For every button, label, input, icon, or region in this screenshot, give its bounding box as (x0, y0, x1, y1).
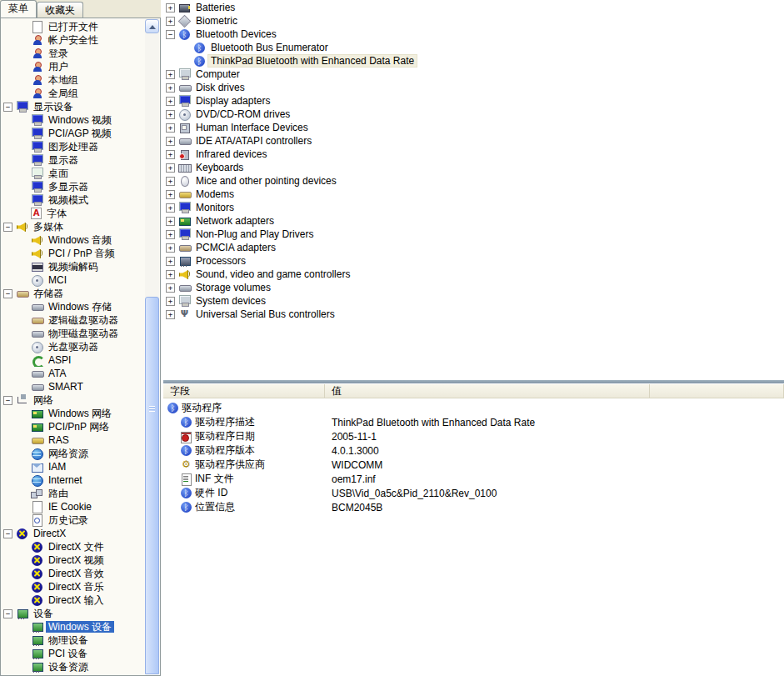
sidebar-tree-item[interactable]: Windows 音频 (1, 233, 145, 247)
sidebar-tree-item[interactable]: −设备 (1, 607, 145, 620)
expand-toggle-plus[interactable]: + (166, 150, 175, 159)
expand-toggle-minus[interactable]: − (3, 289, 12, 298)
scroll-up-button[interactable] (145, 19, 159, 33)
sidebar-tree-item[interactable]: IAM (1, 460, 145, 473)
column-header-field[interactable]: 字段 (163, 384, 325, 398)
sidebar-tree-item[interactable]: −显示设备 (1, 100, 145, 113)
device-tree-item[interactable]: +Network adapters (163, 214, 784, 228)
device-tree-item[interactable]: +Batteries (163, 1, 784, 14)
property-row[interactable]: 驱动程序日期2005-11-1 (163, 429, 784, 443)
device-tree-item[interactable]: +Non-Plug and Play Drivers (163, 228, 784, 241)
device-tree-item[interactable]: +Biometric (163, 14, 784, 28)
sidebar-tree-item[interactable]: 登录 (1, 47, 145, 60)
sidebar-tree-item[interactable]: DirectX 文件 (1, 540, 145, 553)
device-tree-item[interactable]: +IDE ATA/ATAPI controllers (163, 134, 784, 148)
expand-toggle-plus[interactable]: + (166, 203, 175, 213)
sidebar-tree-item[interactable]: 视频模式 (1, 193, 145, 207)
sidebar-tree-item[interactable]: DirectX 输入 (1, 593, 145, 607)
sidebar-tree-item[interactable]: DirectX 视频 (1, 553, 145, 567)
expand-toggle-plus[interactable]: + (166, 217, 175, 226)
sidebar-tree-item[interactable]: PCI/PnP 网络 (1, 420, 145, 433)
expand-toggle-plus[interactable]: + (166, 177, 175, 186)
expand-toggle-plus[interactable]: + (166, 83, 175, 93)
scrollbar-thumb[interactable] (145, 297, 159, 674)
expand-toggle-plus[interactable]: + (166, 243, 175, 253)
expand-toggle-plus[interactable]: + (166, 283, 175, 293)
device-tree-item[interactable]: +Mice and other pointing devices (163, 174, 784, 188)
expand-toggle-plus[interactable]: + (166, 123, 175, 133)
sidebar-tree-item[interactable]: −网络 (1, 393, 145, 407)
sidebar-tree-item[interactable]: ASPI (1, 353, 145, 367)
sidebar-scrollbar[interactable] (145, 19, 159, 674)
sidebar-tree-item[interactable]: 网络资源 (1, 447, 145, 460)
sidebar-tree-item[interactable]: 设备资源 (1, 660, 145, 673)
sidebar-tree-item[interactable]: 帐户安全性 (1, 33, 145, 47)
property-row[interactable]: ᛒ位置信息BCM2045B (163, 500, 784, 514)
device-tree-item[interactable]: +Monitors (163, 201, 784, 214)
property-row[interactable]: ᛒ硬件 IDUSB\Vid_0a5c&Pid_2110&Rev_0100 (163, 486, 784, 500)
expand-toggle-minus[interactable]: − (3, 223, 12, 232)
device-tree-item[interactable]: +ΨUniversal Serial Bus controllers (163, 308, 784, 321)
property-row[interactable]: INF 文件oem17.inf (163, 472, 784, 486)
sidebar-tree-item[interactable]: 多显示器 (1, 180, 145, 193)
column-header-value[interactable]: 值 (325, 384, 650, 398)
property-row[interactable]: ⚙驱动程序供应商WIDCOMM (163, 458, 784, 472)
sidebar-tree-item[interactable]: 图形处理器 (1, 140, 145, 153)
expand-toggle-minus[interactable]: − (166, 30, 175, 39)
expand-toggle-plus[interactable]: + (166, 3, 175, 13)
expand-toggle-plus[interactable]: + (166, 110, 175, 119)
expand-toggle-plus[interactable]: + (166, 297, 175, 306)
expand-toggle-plus[interactable]: + (166, 163, 175, 173)
device-tree-item[interactable]: +Display adapters (163, 94, 784, 108)
device-tree-item[interactable]: +Modems (163, 188, 784, 201)
property-row[interactable]: ᛒ驱动程序描述ThinkPad Bluetooth with Enhanced … (163, 415, 784, 429)
expand-toggle-plus[interactable]: + (166, 17, 175, 26)
device-tree-item[interactable]: +Storage volumes (163, 281, 784, 294)
sidebar-tree-item[interactable]: −DirectX (1, 527, 145, 540)
sidebar-tree-item[interactable]: SMART (1, 380, 145, 393)
property-row[interactable]: ᛒ驱动程序版本4.0.1.3000 (163, 443, 784, 458)
device-tree-item[interactable]: ᛒThinkPad Bluetooth with Enhanced Data R… (163, 54, 784, 68)
device-tree-item[interactable]: +PCMCIA adapters (163, 241, 784, 254)
expand-toggle-plus[interactable]: + (166, 270, 175, 279)
expand-toggle-plus[interactable]: + (166, 257, 175, 266)
device-tree-item[interactable]: +Sound, video and game controllers (163, 268, 784, 281)
device-tree-item[interactable]: +System devices (163, 294, 784, 308)
sidebar-tree-item[interactable]: PCI/AGP 视频 (1, 127, 145, 140)
sidebar-tree-item[interactable]: ATA (1, 367, 145, 380)
sidebar-tree-item[interactable]: MCI (1, 273, 145, 287)
sidebar-tree-item[interactable]: 已打开文件 (1, 20, 145, 33)
sidebar-tree-item[interactable]: 桌面 (1, 167, 145, 180)
sidebar-tree-item[interactable]: PCI 设备 (1, 647, 145, 660)
device-tree-item[interactable]: +Processors (163, 254, 784, 268)
sidebar-tree-item[interactable]: Windows 存储 (1, 300, 145, 313)
expand-toggle-plus[interactable]: + (166, 230, 175, 239)
sidebar-tree-item[interactable]: Windows 网络 (1, 407, 145, 420)
sidebar-tree-item[interactable]: 用户 (1, 60, 145, 73)
sidebar-tree-item[interactable]: Windows 设备 (1, 620, 145, 633)
expand-toggle-minus[interactable]: − (3, 529, 12, 538)
sidebar-tree-item[interactable]: A字体 (1, 207, 145, 220)
expand-toggle-plus[interactable]: + (166, 70, 175, 79)
expand-toggle-plus[interactable]: + (166, 190, 175, 199)
sidebar-tree-item[interactable]: 全局组 (1, 87, 145, 100)
sidebar-tree-item[interactable]: 视频编解码 (1, 260, 145, 273)
sidebar-tree-item[interactable]: eIE Cookie (1, 500, 145, 513)
tab-menu[interactable]: 菜单 (0, 0, 37, 18)
expand-toggle-plus[interactable]: + (166, 310, 175, 319)
sidebar-tree-item[interactable]: 路由 (1, 487, 145, 500)
sidebar-tree-item[interactable]: DirectX 音乐 (1, 580, 145, 593)
expand-toggle-minus[interactable]: − (3, 103, 12, 112)
sidebar-tree-item[interactable]: 历史记录 (1, 513, 145, 527)
sidebar-tree-item[interactable]: −多媒体 (1, 220, 145, 233)
device-tree-item[interactable]: +Computer (163, 68, 784, 81)
sidebar-tree-item[interactable]: 显示器 (1, 153, 145, 167)
expand-toggle-plus[interactable]: + (166, 97, 175, 106)
device-tree-item[interactable]: +Human Interface Devices (163, 121, 784, 134)
device-tree-item[interactable]: −ᛒBluetooth Devices (163, 28, 784, 41)
sidebar-tree-item[interactable]: −存储器 (1, 287, 145, 300)
expand-toggle-plus[interactable]: + (166, 137, 175, 146)
device-tree-item[interactable]: +Infrared devices (163, 148, 784, 161)
device-tree-item[interactable]: ᛒBluetooth Bus Enumerator (163, 41, 784, 54)
sidebar-tree-item[interactable]: Internet (1, 473, 145, 487)
